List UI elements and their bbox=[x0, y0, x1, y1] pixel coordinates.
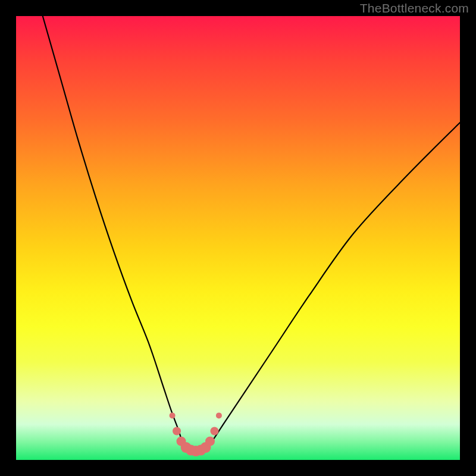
chart-frame: TheBottleneck.com bbox=[0, 0, 476, 476]
highlight-markers bbox=[170, 412, 222, 456]
curve-svg bbox=[16, 16, 460, 460]
highlight-marker bbox=[205, 437, 215, 446]
highlight-marker bbox=[173, 427, 181, 436]
highlight-marker bbox=[216, 412, 222, 418]
highlight-marker bbox=[210, 427, 218, 436]
highlight-marker bbox=[170, 412, 176, 418]
bottleneck-curve-path bbox=[43, 16, 460, 452]
plot-area bbox=[16, 16, 460, 460]
watermark-text: TheBottleneck.com bbox=[360, 1, 469, 15]
bottleneck-curve bbox=[43, 16, 460, 452]
